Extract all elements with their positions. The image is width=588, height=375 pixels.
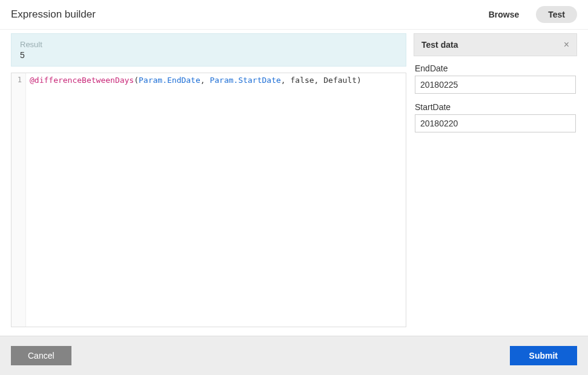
startdate-input[interactable] [415,114,576,132]
token-paren: ( [134,76,139,85]
token-tail: , false, Default) [281,76,362,85]
editor-gutter: 1 [12,73,26,327]
token-sep: , [200,76,210,85]
startdate-label: StartDate [415,102,576,112]
expression-editor[interactable]: 1 @differenceBetweenDays(Param.EndDate, … [11,73,406,327]
test-button[interactable]: Test [536,6,577,23]
result-box: Result 5 [11,33,406,67]
left-column: Result 5 1 @differenceBetweenDays(Param.… [11,30,406,336]
token-param-enddate: Param.EndDate [139,76,200,85]
token-function: @differenceBetweenDays [30,76,134,85]
test-data-panel: Test data × EndDate StartDate [414,30,577,336]
test-data-header: Test data × [414,33,577,56]
field-startdate: StartDate [415,102,576,132]
main-area: Result 5 1 @differenceBetweenDays(Param.… [0,30,588,336]
result-value: 5 [20,50,397,60]
browse-button[interactable]: Browse [483,6,526,23]
page-title: Expression builder [11,8,96,21]
field-enddate: EndDate [415,64,576,94]
code-area[interactable]: @differenceBetweenDays(Param.EndDate, Pa… [26,73,406,327]
result-label: Result [20,40,397,49]
test-data-body: EndDate StartDate [414,56,577,148]
token-param-startdate: Param.StartDate [210,76,280,85]
footer: Cancel Submit [0,336,588,375]
cancel-button[interactable]: Cancel [11,346,71,365]
close-icon[interactable]: × [564,40,569,50]
header-actions: Browse Test [483,6,577,23]
enddate-label: EndDate [415,64,576,73]
header: Expression builder Browse Test [0,0,588,30]
submit-button[interactable]: Submit [510,346,577,365]
line-number: 1 [13,76,22,84]
enddate-input[interactable] [415,76,576,94]
test-data-title: Test data [421,40,458,50]
